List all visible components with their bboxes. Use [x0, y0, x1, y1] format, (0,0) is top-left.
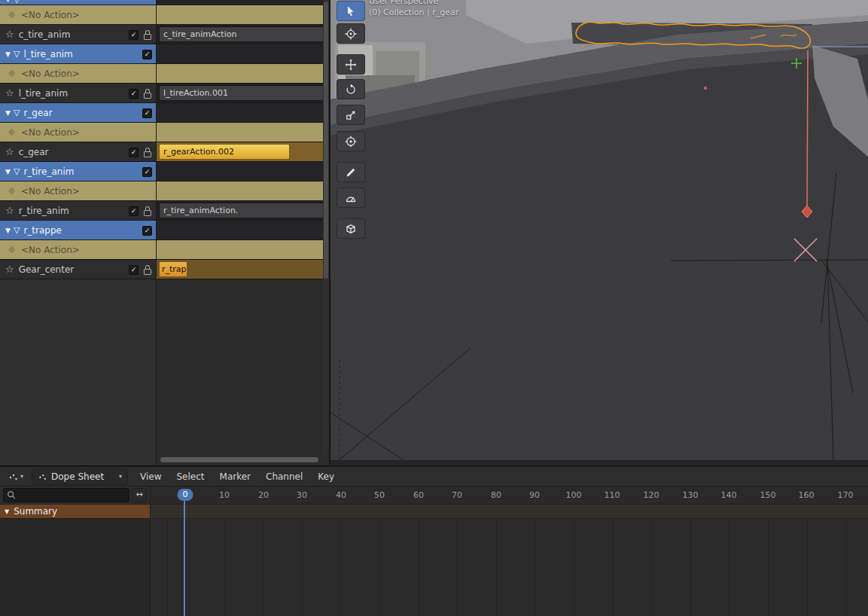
nla-track-row[interactable]: ☆ Gear_center ✓: [0, 260, 156, 279]
vertical-scrollbar-track[interactable]: [323, 0, 329, 455]
nla-track-row[interactable]: ☆ l_tire_anim ✓: [0, 84, 156, 103]
ruler-tick: 80: [491, 490, 501, 500]
nla-strip-row[interactable]: [157, 44, 329, 64]
nla-track-row[interactable]: ☆ r_tire_anim ✓: [0, 201, 156, 221]
expand-triangle-icon[interactable]: ▼: [5, 508, 9, 515]
menu-select[interactable]: Select: [169, 471, 212, 482]
nla-object-row[interactable]: ▼ ▽ r_trappe ✓: [0, 221, 156, 240]
search-input[interactable]: [3, 488, 129, 502]
lock-icon[interactable]: [143, 88, 152, 99]
nla-strip-row[interactable]: [157, 64, 329, 84]
expand-triangle-icon[interactable]: ▼: [5, 109, 11, 117]
mute-checkbox[interactable]: ✓: [142, 108, 152, 118]
nla-strip-row[interactable]: [157, 123, 329, 142]
scale-tool-button[interactable]: [337, 105, 365, 125]
menu-key[interactable]: Key: [310, 471, 342, 482]
nla-action-slot-row[interactable]: <No Action>: [0, 240, 156, 260]
nla-action-slot-row[interactable]: <No Action>: [0, 5, 156, 25]
nla-strip-row[interactable]: r_tire_animAction.: [157, 201, 329, 221]
nla-strip-row[interactable]: [157, 181, 329, 201]
lock-icon[interactable]: [143, 206, 152, 217]
expand-triangle-icon[interactable]: ▼: [5, 168, 11, 175]
menu-view[interactable]: View: [132, 471, 169, 482]
annotate-tool-button[interactable]: [337, 162, 365, 182]
nla-strip-selected[interactable]: r_trap: [159, 261, 187, 277]
nla-object-row-partial[interactable]: ▼ ▽: [0, 0, 156, 5]
add-cube-tool-button[interactable]: [337, 218, 365, 239]
empty-object-cross[interactable]: [794, 239, 817, 261]
nla-strip-row[interactable]: l_tireAction.001: [157, 84, 329, 103]
cursor-tool-button[interactable]: [337, 23, 365, 44]
object-icon: ▽: [14, 166, 20, 176]
measure-tool-icon: [345, 192, 357, 204]
measure-tool-button[interactable]: [337, 188, 365, 208]
nla-strip-selected[interactable]: r_gearAction.002: [159, 144, 290, 160]
nla-strip-row[interactable]: [157, 5, 329, 25]
vertical-scrollbar-thumb[interactable]: [324, 2, 328, 279]
rotate-tool-button[interactable]: [337, 79, 365, 99]
lock-icon[interactable]: [143, 29, 152, 41]
select-tool-button[interactable]: [337, 1, 365, 21]
nla-strip-row[interactable]: c_tire_animAction: [157, 25, 329, 44]
expand-horizontal-button[interactable]: ↔: [132, 488, 147, 502]
horizontal-scrollbar-thumb[interactable]: [160, 457, 318, 462]
nla-action-slot-row[interactable]: <No Action>: [0, 181, 156, 201]
action-icon: [8, 188, 16, 195]
nla-strip[interactable]: l_tireAction.001: [159, 85, 324, 101]
nla-strip-row[interactable]: r_gearAction.002: [157, 142, 329, 162]
solo-star-icon[interactable]: ☆: [5, 29, 14, 40]
mute-checkbox[interactable]: ✓: [142, 50, 152, 59]
current-frame-indicator[interactable]: 0: [178, 489, 193, 501]
timeline-ruler[interactable]: 0102030405060708090100110120130140150160…: [151, 486, 868, 505]
row-label: <No Action>: [21, 10, 80, 20]
lock-icon[interactable]: [143, 147, 152, 158]
move-tool-button[interactable]: [337, 54, 365, 75]
expand-triangle-icon[interactable]: ▼: [5, 50, 11, 58]
keyframe-diamond[interactable]: [802, 206, 812, 218]
mute-checkbox[interactable]: ✓: [129, 30, 139, 40]
nla-track-row[interactable]: ☆ c_gear ✓: [0, 142, 156, 162]
mute-checkbox[interactable]: ✓: [129, 148, 139, 157]
dope-sheet-mode-dropdown[interactable]: Dope Sheet ▾: [32, 468, 128, 485]
nla-track-row[interactable]: ☆ c_tire_anim ✓: [0, 25, 156, 44]
nla-action-slot-row[interactable]: <No Action>: [0, 123, 156, 142]
summary-channel[interactable]: ▼ Summary: [0, 505, 151, 519]
menu-channel[interactable]: Channel: [258, 471, 310, 482]
nla-strip-row[interactable]: [157, 240, 329, 260]
nla-action-slot-row[interactable]: <No Action>: [0, 64, 156, 84]
summary-keyframe-row[interactable]: [151, 505, 868, 519]
nla-object-row[interactable]: ▼ ▽ l_tire_anim ✓: [0, 44, 156, 64]
mute-checkbox[interactable]: ✓: [129, 206, 139, 216]
menu-marker[interactable]: Marker: [212, 471, 258, 482]
mute-checkbox[interactable]: ✓: [142, 226, 152, 236]
expand-triangle-icon[interactable]: ▼: [5, 0, 11, 3]
playhead-line[interactable]: [184, 501, 185, 616]
solo-star-icon[interactable]: ☆: [5, 87, 14, 99]
row-label: <No Action>: [21, 127, 80, 138]
lock-icon[interactable]: [143, 264, 152, 276]
keyframe-area[interactable]: [151, 519, 868, 616]
nla-strip-area[interactable]: c_tire_animAction l_tireAction.001 r_gea…: [156, 0, 329, 465]
nla-strip-row[interactable]: [157, 162, 329, 181]
mute-checkbox[interactable]: ✓: [142, 167, 152, 177]
3d-viewport[interactable]: User Perspective (0) Collection | r_gear: [329, 0, 868, 465]
expand-triangle-icon[interactable]: ▼: [5, 227, 11, 234]
search-field[interactable]: [18, 489, 129, 501]
mute-checkbox[interactable]: ✓: [129, 89, 139, 99]
solo-star-icon[interactable]: ☆: [5, 146, 14, 157]
editor-type-button[interactable]: ▾: [4, 470, 27, 483]
rotate-tool-icon: [345, 84, 357, 96]
nla-object-row[interactable]: ▼ ▽ r_tire_anim ✓: [0, 162, 156, 181]
nla-strip-row[interactable]: [157, 221, 329, 240]
nla-strip[interactable]: c_tire_animAction: [159, 26, 324, 42]
transform-tool-button[interactable]: [337, 131, 365, 151]
solo-star-icon[interactable]: ☆: [5, 264, 14, 275]
solo-star-icon[interactable]: ☆: [5, 205, 14, 216]
mute-checkbox[interactable]: ✓: [129, 265, 139, 275]
nla-strip[interactable]: r_tire_animAction.: [159, 203, 324, 218]
nla-object-row[interactable]: ▼ ▽ r_gear ✓: [0, 103, 156, 123]
nla-strip-row[interactable]: [157, 103, 329, 123]
dope-sheet-editor: ▾ Dope Sheet ▾ View Select Marker Channe…: [0, 465, 868, 616]
nla-strip-row[interactable]: r_trap: [157, 260, 329, 279]
ruler-tick: 10: [219, 490, 230, 500]
